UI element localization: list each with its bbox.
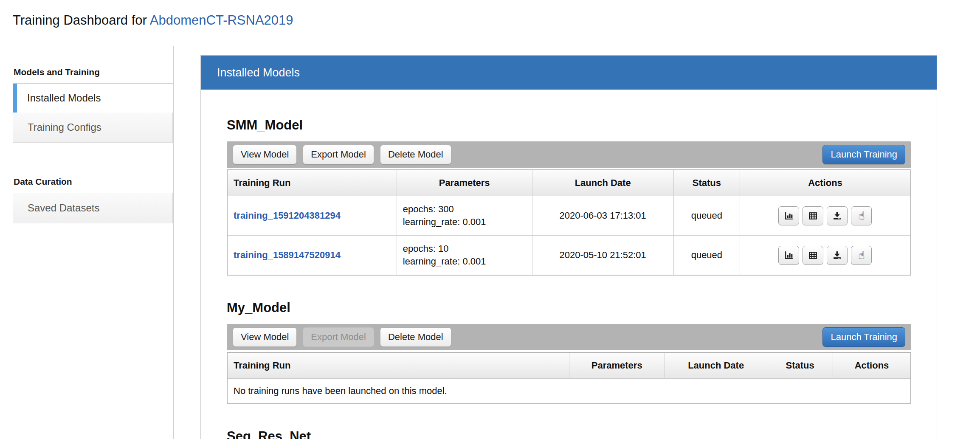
column-header-launch-date: Launch Date: [532, 170, 673, 196]
sidebar-section-header: Models and Training: [13, 63, 173, 84]
hand-pointer-button[interactable]: ☝: [851, 206, 872, 225]
training-run-link[interactable]: training_1591204381294: [234, 210, 341, 221]
bar-chart-button[interactable]: [778, 246, 799, 265]
column-header-status: Status: [767, 352, 833, 379]
download-icon: [832, 211, 842, 221]
download-icon: [832, 250, 842, 261]
column-header-training-run: Training Run: [227, 352, 569, 379]
bar-chart-icon: [783, 250, 794, 261]
sidebar-section: Data Curation Saved Datasets: [13, 172, 173, 223]
parameters-cell: epochs: 300learning_rate: 0.001: [397, 196, 532, 236]
sidebar-section-header: Data Curation: [13, 172, 173, 193]
table-icon: [808, 211, 818, 221]
column-header-training-run: Training Run: [227, 170, 397, 196]
model-section-my-model: My_Model View Model Export Model Delete …: [227, 300, 911, 404]
sidebar-item-installed-models[interactable]: Installed Models: [13, 84, 173, 113]
table-header-row: Training RunParametersLaunch DateStatusA…: [227, 170, 911, 196]
model-name: SMM_Model: [227, 118, 911, 133]
sidebar-item-saved-datasets[interactable]: Saved Datasets: [13, 193, 173, 223]
model-name: Seg_Res_Net: [227, 429, 911, 439]
parameters-cell: epochs: 10learning_rate: 0.001: [397, 236, 532, 276]
model-toolbar: View Model Export Model Delete Model Lau…: [227, 324, 911, 350]
export-model-button[interactable]: Export Model: [303, 145, 374, 164]
table-button[interactable]: [803, 206, 823, 225]
model-section-seg-res-net: Seg_Res_Net: [227, 429, 911, 439]
training-run-row: training_1589147520914epochs: 10learning…: [227, 236, 911, 276]
table-button[interactable]: [803, 246, 823, 265]
column-header-launch-date: Launch Date: [665, 352, 767, 379]
launch-date-cell: 2020-06-03 17:13:01: [532, 196, 673, 236]
column-header-parameters: Parameters: [397, 170, 532, 196]
sidebar-item-training-configs[interactable]: Training Configs: [13, 113, 173, 143]
page-title: Training Dashboard for AbdomenCT-RSNA201…: [13, 13, 293, 28]
page-title-prefix: Training Dashboard for: [13, 13, 150, 28]
delete-model-button[interactable]: Delete Model: [380, 145, 451, 164]
dataset-link[interactable]: AbdomenCT-RSNA2019: [150, 13, 293, 28]
view-model-button[interactable]: View Model: [233, 145, 297, 164]
hand-pointer-button[interactable]: ☝: [851, 246, 872, 265]
export-model-button[interactable]: Export Model: [303, 327, 374, 347]
delete-model-button[interactable]: Delete Model: [380, 327, 451, 347]
status-cell: queued: [673, 196, 740, 236]
column-header-parameters: Parameters: [569, 352, 665, 379]
download-button[interactable]: [827, 246, 848, 265]
sidebar: Models and Training Installed ModelsTrai…: [13, 63, 173, 223]
column-header-actions: Actions: [833, 352, 911, 379]
empty-table-row: No training runs have been launched on t…: [227, 379, 911, 404]
bar-chart-icon: [783, 211, 794, 221]
launch-date-cell: 2020-05-10 21:52:01: [532, 236, 673, 276]
training-run-row: training_1591204381294epochs: 300learnin…: [227, 196, 911, 236]
training-runs-table: Training RunParametersLaunch DateStatusA…: [227, 169, 911, 276]
sidebar-divider: [173, 46, 174, 439]
model-name: My_Model: [227, 300, 911, 315]
download-button[interactable]: [827, 206, 848, 225]
bar-chart-button[interactable]: [778, 206, 799, 225]
table-icon: [808, 250, 818, 261]
actions-cell: ☝: [740, 236, 911, 276]
sidebar-section: Models and Training Installed ModelsTrai…: [13, 63, 173, 143]
actions-cell: ☝: [740, 196, 911, 236]
launch-training-button[interactable]: Launch Training: [822, 145, 905, 164]
column-header-actions: Actions: [740, 170, 911, 196]
launch-training-button[interactable]: Launch Training: [822, 327, 905, 347]
empty-table-message: No training runs have been launched on t…: [227, 379, 911, 404]
main-panel: Installed Models SMM_Model View Model Ex…: [200, 55, 937, 439]
training-run-link[interactable]: training_1589147520914: [234, 250, 341, 260]
panel-body: SMM_Model View Model Export Model Delete…: [201, 90, 937, 439]
column-header-status: Status: [673, 170, 740, 196]
hand-pointer-icon: ☝: [858, 250, 865, 261]
table-header-row: Training RunParametersLaunch DateStatusA…: [227, 352, 911, 379]
status-cell: queued: [673, 236, 740, 276]
training-runs-table: Training RunParametersLaunch DateStatusA…: [227, 352, 911, 404]
panel-header: Installed Models: [201, 56, 937, 90]
view-model-button[interactable]: View Model: [233, 327, 297, 347]
hand-pointer-icon: ☝: [858, 210, 865, 221]
model-section-smm-model: SMM_Model View Model Export Model Delete…: [227, 118, 911, 276]
model-toolbar: View Model Export Model Delete Model Lau…: [227, 141, 911, 168]
